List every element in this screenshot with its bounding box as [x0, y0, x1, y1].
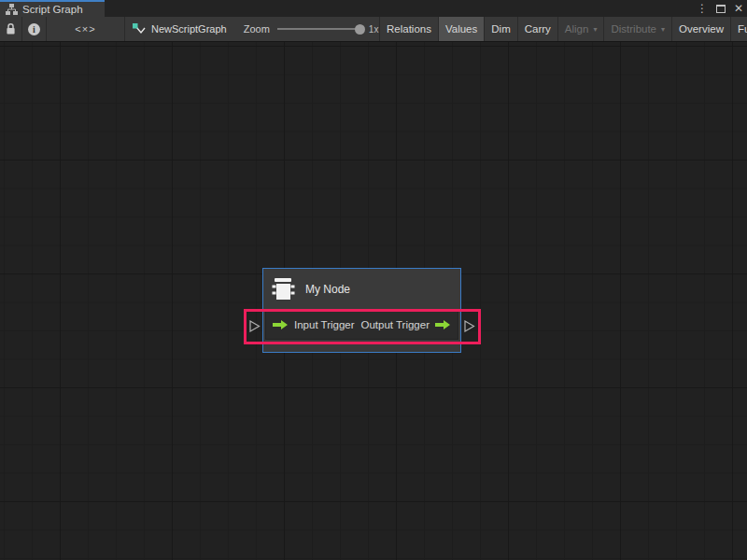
input-trigger-port[interactable]: Input Trigger	[273, 319, 355, 330]
window-controls: ⋮ ✕	[697, 0, 743, 17]
lock-icon	[5, 22, 17, 35]
port-label: Input Trigger	[294, 319, 355, 330]
chevron-down-icon: ▾	[593, 25, 597, 34]
script-graph-asset-icon	[133, 23, 146, 35]
toolbar-button-group: Relations Values Dim Carry Align ▾ Distr…	[379, 17, 747, 41]
overview-button[interactable]: Overview	[672, 17, 731, 41]
unit-chip-icon	[270, 276, 297, 302]
tab-bar: Script Graph ⋮ ✕	[0, 0, 747, 17]
code-icon: <×>	[75, 23, 95, 35]
port-label: Output Trigger	[360, 319, 430, 330]
close-icon[interactable]: ✕	[734, 3, 743, 14]
lock-button[interactable]	[0, 17, 22, 41]
graph-canvas[interactable]: My Node Input Trigger Output Trigger	[0, 42, 747, 560]
maximize-icon[interactable]	[716, 5, 726, 13]
node-header[interactable]: My Node	[263, 269, 460, 310]
graph-name-label: NewScriptGraph	[151, 23, 227, 35]
zoom-slider-track[interactable]	[277, 28, 363, 30]
node-ports-row: Input Trigger Output Trigger	[265, 310, 458, 340]
output-connection-triangle-icon[interactable]	[464, 320, 475, 332]
fullscreen-button[interactable]: Full Screen	[731, 17, 747, 41]
flow-arrow-icon[interactable]	[273, 319, 289, 330]
graph-toolbar: i <×> NewScriptGraph Zoom 1x Relat	[0, 17, 747, 42]
zoom-value: 1x	[369, 24, 379, 35]
chevron-down-icon: ▾	[661, 25, 665, 34]
zoom-slider[interactable]	[277, 23, 363, 35]
dim-button[interactable]: Dim	[485, 17, 517, 41]
align-dropdown[interactable]: Align ▾	[558, 17, 605, 41]
flow-arrow-icon[interactable]	[435, 319, 451, 330]
zoom-control: Zoom 1x	[244, 17, 379, 41]
zoom-slider-knob[interactable]	[355, 24, 365, 35]
node-my-node[interactable]: My Node Input Trigger Output Trigger	[262, 268, 461, 353]
window-menu-icon[interactable]: ⋮	[697, 3, 708, 14]
output-trigger-port[interactable]: Output Trigger	[360, 319, 451, 330]
node-title: My Node	[305, 283, 350, 296]
zoom-label: Zoom	[244, 23, 270, 35]
script-graph-window: Script Graph ⋮ ✕ i <×>	[0, 0, 747, 560]
carry-button[interactable]: Carry	[518, 17, 558, 41]
graph-breadcrumb[interactable]: NewScriptGraph	[133, 17, 227, 41]
values-button[interactable]: Values	[439, 17, 485, 41]
tab-script-graph[interactable]: Script Graph	[0, 0, 105, 17]
input-connection-triangle-icon[interactable]	[249, 320, 261, 332]
relations-button[interactable]: Relations	[380, 17, 439, 41]
info-button[interactable]: i	[22, 17, 47, 41]
info-icon: i	[28, 23, 40, 35]
tab-title: Script Graph	[22, 4, 83, 15]
distribute-dropdown[interactable]: Distribute ▾	[604, 17, 672, 41]
graph-inspector-button[interactable]: <×>	[47, 17, 125, 41]
graph-hierarchy-icon	[6, 4, 18, 15]
